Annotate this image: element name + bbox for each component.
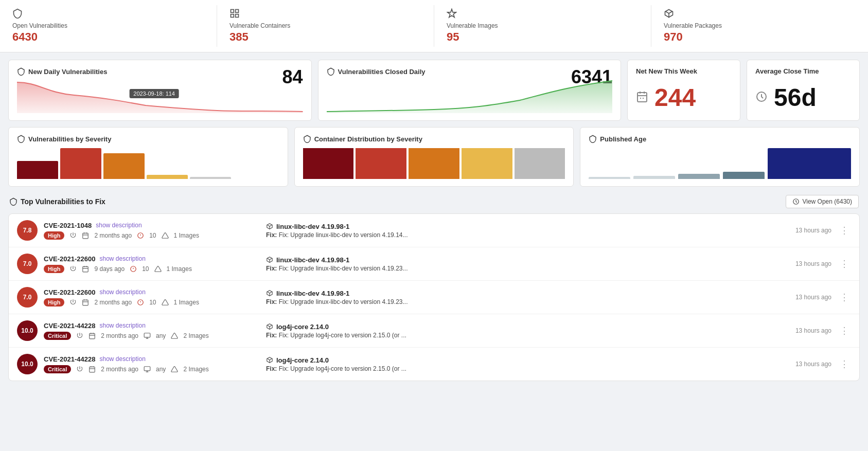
svg-rect-39 xyxy=(144,333,150,337)
cve-id-1: CVE-2021-1048 xyxy=(44,222,92,229)
table-row: 7.0 CVE-2021-22600 show description High… xyxy=(9,247,859,281)
stat-vulnerable-packages[interactable]: Vulnerable Packages 970 xyxy=(651,5,868,47)
stat-vulnerable-containers[interactable]: Vulnerable Containers 385 xyxy=(217,5,434,47)
calendar-icon xyxy=(636,91,648,105)
table-row: 7.8 CVE-2021-1048 show description High … xyxy=(9,214,859,247)
show-desc-3[interactable]: show description xyxy=(99,288,145,296)
sev-bar-medium xyxy=(103,153,145,179)
closed-daily-sparkline xyxy=(327,80,613,113)
vuln-menu-4[interactable]: ⋮ xyxy=(838,325,851,336)
score-badge-1: 7.8 xyxy=(17,220,38,241)
vuln-images-label: Vulnerable Images xyxy=(447,22,498,29)
power-icon-3 xyxy=(69,299,77,306)
vuln-meta-1: High 2 months ago 10 1 Images xyxy=(44,231,250,240)
vuln-packages-value: 970 xyxy=(664,30,683,44)
show-desc-4[interactable]: show description xyxy=(99,322,145,329)
vuln-severity-title: Vulnerabilities by Severity xyxy=(28,135,111,143)
show-desc-2[interactable]: show description xyxy=(99,255,145,262)
date-1: 2 months ago xyxy=(94,232,132,239)
show-desc-1[interactable]: show description xyxy=(96,222,141,229)
age-bar-3 xyxy=(678,174,720,179)
shield-card-icon xyxy=(17,67,25,76)
calendar-meta-1 xyxy=(82,232,89,239)
shield-closed-icon xyxy=(327,67,335,76)
score-badge-5: 10.0 xyxy=(17,354,38,374)
count-icon-2 xyxy=(130,265,137,273)
table-row: 10.0 CVE-2021-44228 show description Cri… xyxy=(9,314,859,348)
cve-id-2: CVE-2021-22600 xyxy=(44,255,95,263)
shield-age-icon xyxy=(589,135,597,143)
monitor-icon-4 xyxy=(144,332,151,339)
new-daily-chart: 2023-09-18: 114 xyxy=(17,80,303,113)
vuln-menu-3[interactable]: ⋮ xyxy=(838,292,851,303)
stat-open-vulnerabilities[interactable]: Open Vulnerabilities 6430 xyxy=(0,5,217,47)
vuln-time-3: 13 hours ago xyxy=(795,294,831,301)
published-age-title: Published Age xyxy=(600,135,646,143)
images-1: 1 Images xyxy=(174,232,199,239)
date-4: 2 months ago xyxy=(101,332,138,339)
count-icon-1 xyxy=(137,232,144,239)
severity-badge-3: High xyxy=(44,298,64,306)
pkg-name-3: linux-libc-dev 4.19.98-1 xyxy=(276,290,349,297)
pkg-name-1: linux-libc-dev 4.19.98-1 xyxy=(276,223,349,230)
vuln-fix-5: log4j-core 2.14.0 Fix: Fix: Upgrade log4… xyxy=(256,356,789,372)
vuln-info-3: CVE-2021-22600 show description High 2 m… xyxy=(44,288,250,306)
fix-desc-1: Fix: Fix: Upgrade linux-libc-dev to vers… xyxy=(266,231,779,239)
cve-id-5: CVE-2021-44228 xyxy=(44,355,95,363)
images-icon-1 xyxy=(162,232,169,239)
count-5: any xyxy=(156,366,166,373)
power-icon-4 xyxy=(76,332,83,339)
vuln-list: 7.8 CVE-2021-1048 show description High … xyxy=(8,213,860,381)
sev-bar-high xyxy=(60,148,101,179)
count-4: any xyxy=(156,332,166,339)
pkg-name-4: log4j-core 2.14.0 xyxy=(276,323,329,331)
vuln-meta-2: High 9 days ago 10 1 Images xyxy=(44,265,250,273)
age-bar-2 xyxy=(633,176,675,179)
closed-daily-chart xyxy=(327,80,613,113)
dist-seg-low xyxy=(462,148,512,179)
count-1: 10 xyxy=(149,232,156,239)
vuln-fix-3: linux-libc-dev 4.19.98-1 Fix: Fix: Upgra… xyxy=(256,290,789,305)
net-new-body: 244 xyxy=(636,85,732,110)
images-icon-5 xyxy=(171,366,178,373)
vuln-containers-label: Vulnerable Containers xyxy=(229,22,290,29)
images-5: 2 Images xyxy=(183,366,208,373)
shield-sev-icon xyxy=(17,135,25,143)
vuln-menu-2[interactable]: ⋮ xyxy=(838,258,851,269)
date-3: 2 months ago xyxy=(94,299,132,306)
net-new-title: Net New This Week xyxy=(636,67,697,75)
stat-vulnerable-images[interactable]: Vulnerable Images 95 xyxy=(434,5,651,47)
count-3: 10 xyxy=(149,299,156,306)
monitor-icon-5 xyxy=(144,366,151,373)
vuln-menu-5[interactable]: ⋮ xyxy=(838,358,851,370)
vuln-fix-4: log4j-core 2.14.0 Fix: Fix: Upgrade log4… xyxy=(256,323,789,339)
view-open-button[interactable]: View Open (6430) xyxy=(786,195,859,208)
vuln-menu-1[interactable]: ⋮ xyxy=(838,225,851,236)
show-desc-5[interactable]: show description xyxy=(99,355,145,363)
svg-rect-35 xyxy=(90,333,95,339)
images-2: 1 Images xyxy=(167,265,192,273)
shield-vuln-icon xyxy=(9,197,17,206)
sev-bar-negligible xyxy=(190,177,231,179)
vuln-time-2: 13 hours ago xyxy=(795,260,831,267)
svg-rect-19 xyxy=(83,266,88,272)
fix-desc-2: Fix: Fix: Upgrade linux-libc-dev to vers… xyxy=(266,265,779,272)
new-daily-sparkline xyxy=(17,80,303,113)
images-4: 2 Images xyxy=(183,332,208,339)
container-dist-bars xyxy=(303,148,565,179)
svg-rect-5 xyxy=(637,93,647,102)
vuln-containers-value: 385 xyxy=(229,30,249,44)
net-new-value: 244 xyxy=(654,85,696,110)
pkg-icon-2 xyxy=(266,256,273,263)
sev-bar-critical xyxy=(17,161,58,179)
net-new-card: Net New This Week 244 xyxy=(627,60,740,121)
svg-rect-0 xyxy=(231,10,234,13)
shield-dist-icon xyxy=(303,135,311,143)
vuln-time-5: 13 hours ago xyxy=(795,360,831,368)
pkg-icon-1 xyxy=(266,223,273,230)
age-bar-1 xyxy=(589,177,630,179)
top-vulns-label: Top Vulnerabilities to Fix xyxy=(21,197,105,206)
svg-rect-43 xyxy=(90,367,95,372)
vuln-packages-label: Vulnerable Packages xyxy=(664,22,722,29)
avg-close-card: Average Close Time 56d xyxy=(747,60,860,121)
